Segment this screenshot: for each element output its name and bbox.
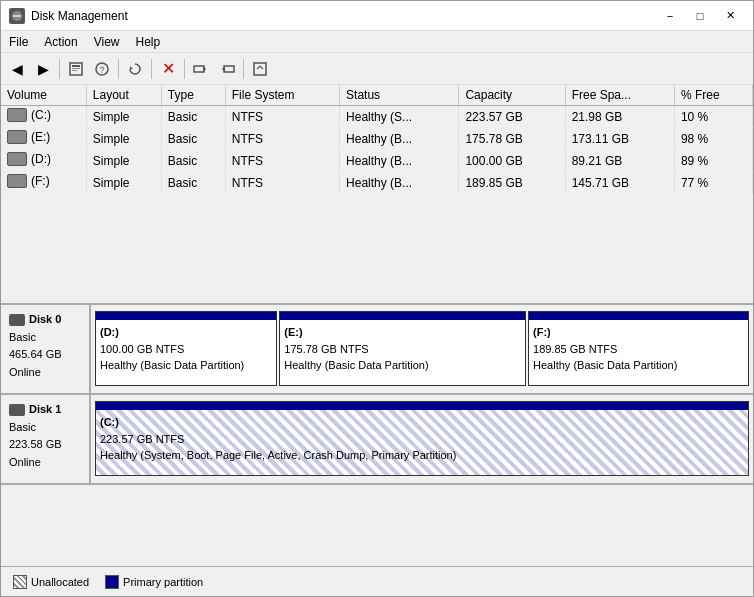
window-title: Disk Management [31, 9, 128, 23]
partition-0-1[interactable]: (E:) 175.78 GB NTFS Healthy (Basic Data … [279, 311, 526, 386]
cell-volume: (F:) [1, 172, 86, 194]
col-volume[interactable]: Volume [1, 85, 86, 106]
table-row[interactable]: (C:) Simple Basic NTFS Healthy (S... 223… [1, 106, 753, 128]
cell-free: 21.98 GB [565, 106, 674, 128]
svg-rect-11 [224, 66, 234, 72]
cell-layout: Simple [86, 106, 161, 128]
menu-view[interactable]: View [86, 33, 128, 50]
toolbar-sep-5 [243, 59, 244, 79]
disk-management-window: Disk Management − □ ✕ File Action View H… [0, 0, 754, 597]
cell-pct: 89 % [674, 150, 752, 172]
toolbar-sep-4 [184, 59, 185, 79]
toolbar-sep-1 [59, 59, 60, 79]
cell-capacity: 100.00 GB [459, 150, 565, 172]
legend-unallocated: Unallocated [13, 575, 89, 589]
volume-table-area[interactable]: Volume Layout Type File System Status Ca… [1, 85, 753, 305]
cell-free: 145.71 GB [565, 172, 674, 194]
cell-layout: Simple [86, 128, 161, 150]
table-row[interactable]: (D:) Simple Basic NTFS Healthy (B... 100… [1, 150, 753, 172]
shrink-button[interactable] [215, 57, 239, 81]
cell-capacity: 223.57 GB [459, 106, 565, 128]
properties-button[interactable] [64, 57, 88, 81]
main-content: Volume Layout Type File System Status Ca… [1, 85, 753, 596]
maximize-button[interactable]: □ [685, 6, 715, 26]
col-type[interactable]: Type [161, 85, 225, 106]
svg-rect-4 [72, 68, 80, 69]
disk-row-0: Disk 0 Basic 465.64 GB Online (D:) 100.0… [1, 305, 753, 395]
svg-rect-13 [254, 63, 266, 75]
partition-status: Healthy (Basic Data Partition) [533, 357, 744, 374]
table-row[interactable]: (F:) Simple Basic NTFS Healthy (B... 189… [1, 172, 753, 194]
partition-label: (F:) [533, 324, 744, 341]
col-pctfree[interactable]: % Free [674, 85, 752, 106]
col-layout[interactable]: Layout [86, 85, 161, 106]
partition-size: 189.85 GB NTFS [533, 341, 744, 358]
cell-status: Healthy (B... [340, 172, 459, 194]
cell-type: Basic [161, 150, 225, 172]
cell-layout: Simple [86, 172, 161, 194]
col-freespace[interactable]: Free Spa... [565, 85, 674, 106]
partition-content: (D:) 100.00 GB NTFS Healthy (Basic Data … [96, 322, 276, 376]
partition-label: (D:) [100, 324, 272, 341]
legend-primary-label: Primary partition [123, 576, 203, 588]
toolbar: ◀ ▶ ? ✕ [1, 53, 753, 85]
forward-button[interactable]: ▶ [31, 57, 55, 81]
cell-capacity: 175.78 GB [459, 128, 565, 150]
svg-text:?: ? [99, 65, 104, 75]
svg-rect-1 [13, 15, 21, 17]
menu-help[interactable]: Help [128, 33, 169, 50]
partition-header-bar [96, 312, 276, 320]
disk-area[interactable]: Disk 0 Basic 465.64 GB Online (D:) 100.0… [1, 305, 753, 566]
back-button[interactable]: ◀ [5, 57, 29, 81]
menu-file[interactable]: File [1, 33, 36, 50]
partition-content: (C:) 223.57 GB NTFS Healthy (System, Boo… [96, 412, 748, 466]
cell-capacity: 189.85 GB [459, 172, 565, 194]
disk-row-1: Disk 1 Basic 223.58 GB Online (C:) 223.5… [1, 395, 753, 485]
partition-0-2[interactable]: (F:) 189.85 GB NTFS Healthy (Basic Data … [528, 311, 749, 386]
partition-header-bar [96, 402, 748, 410]
title-bar: Disk Management − □ ✕ [1, 1, 753, 31]
partition-0-0[interactable]: (D:) 100.00 GB NTFS Healthy (Basic Data … [95, 311, 277, 386]
cell-fs: NTFS [225, 172, 339, 194]
cell-layout: Simple [86, 150, 161, 172]
cell-status: Healthy (B... [340, 128, 459, 150]
cell-type: Basic [161, 128, 225, 150]
svg-rect-5 [72, 70, 77, 71]
toolbar-sep-3 [151, 59, 152, 79]
partition-header-bar [280, 312, 525, 320]
delete-button[interactable]: ✕ [156, 57, 180, 81]
toolbar-sep-2 [118, 59, 119, 79]
cell-fs: NTFS [225, 106, 339, 128]
partition-label: (E:) [284, 324, 521, 341]
table-row[interactable]: (E:) Simple Basic NTFS Healthy (B... 175… [1, 128, 753, 150]
cell-free: 173.11 GB [565, 128, 674, 150]
partition-1-0[interactable]: (C:) 223.57 GB NTFS Healthy (System, Boo… [95, 401, 749, 476]
legend-primary-box [105, 575, 119, 589]
extend-button[interactable] [189, 57, 213, 81]
disk-label-0: Disk 0 Basic 465.64 GB Online [1, 305, 91, 393]
disk-partitions-0: (D:) 100.00 GB NTFS Healthy (Basic Data … [91, 305, 753, 393]
col-status[interactable]: Status [340, 85, 459, 106]
help-button[interactable]: ? [90, 57, 114, 81]
cell-type: Basic [161, 172, 225, 194]
svg-rect-3 [72, 65, 80, 67]
col-capacity[interactable]: Capacity [459, 85, 565, 106]
partition-size: 223.57 GB NTFS [100, 431, 744, 448]
legend-unallocated-box [13, 575, 27, 589]
menu-action[interactable]: Action [36, 33, 85, 50]
cell-status: Healthy (B... [340, 150, 459, 172]
format-button[interactable] [248, 57, 272, 81]
app-icon [9, 8, 25, 24]
cell-pct: 98 % [674, 128, 752, 150]
partition-size: 100.00 GB NTFS [100, 341, 272, 358]
col-filesystem[interactable]: File System [225, 85, 339, 106]
cell-volume: (D:) [1, 150, 86, 172]
partition-status: Healthy (System, Boot, Page File, Active… [100, 447, 744, 464]
cell-pct: 10 % [674, 106, 752, 128]
partition-content: (F:) 189.85 GB NTFS Healthy (Basic Data … [529, 322, 748, 376]
partition-header-bar [529, 312, 748, 320]
refresh-button[interactable] [123, 57, 147, 81]
minimize-button[interactable]: − [655, 6, 685, 26]
partition-content: (E:) 175.78 GB NTFS Healthy (Basic Data … [280, 322, 525, 376]
close-button[interactable]: ✕ [715, 6, 745, 26]
